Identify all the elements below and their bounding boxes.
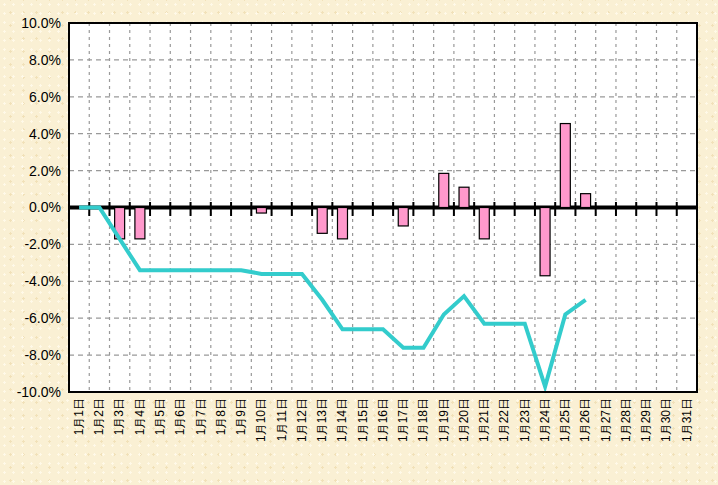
y-axis-label: 8.0% bbox=[29, 52, 61, 68]
x-axis-label: 1月9日 bbox=[234, 398, 248, 435]
x-axis-label: 1月8日 bbox=[214, 398, 228, 435]
x-axis-label: 1月1日 bbox=[72, 398, 86, 435]
x-axis-label: 1月31日 bbox=[680, 398, 694, 442]
chart-page: 10.0%8.0%6.0%4.0%2.0%0.0%-2.0%-4.0%-6.0%… bbox=[0, 0, 718, 485]
x-axis-label: 1月16日 bbox=[376, 398, 390, 442]
y-axis-label: -10.0% bbox=[17, 384, 61, 400]
x-axis-label: 1月20日 bbox=[457, 398, 471, 442]
x-axis-label: 1月25日 bbox=[558, 398, 572, 442]
bar bbox=[256, 208, 266, 214]
bar bbox=[398, 208, 408, 226]
x-axis-label: 1月7日 bbox=[194, 398, 208, 435]
bar bbox=[479, 208, 489, 239]
x-axis-label: 1月22日 bbox=[497, 398, 511, 442]
x-axis-label: 1月27日 bbox=[599, 398, 613, 442]
y-axis-label: 2.0% bbox=[29, 163, 61, 179]
y-axis-label: -6.0% bbox=[24, 310, 61, 326]
bar bbox=[560, 124, 570, 208]
y-axis-label: -4.0% bbox=[24, 273, 61, 289]
x-axis-label: 1月28日 bbox=[619, 398, 633, 442]
y-axis-label: 10.0% bbox=[21, 15, 61, 31]
x-axis-label: 1月26日 bbox=[578, 398, 592, 442]
x-axis-label: 1月15日 bbox=[356, 398, 370, 442]
x-axis-label: 1月10日 bbox=[254, 398, 268, 442]
bar bbox=[540, 208, 550, 276]
bar bbox=[135, 208, 145, 239]
x-axis-label: 1月23日 bbox=[518, 398, 532, 442]
x-axis-label: 1月17日 bbox=[396, 398, 410, 442]
y-axis-label: 0.0% bbox=[29, 199, 61, 215]
x-axis-label: 1月3日 bbox=[112, 398, 126, 435]
bar bbox=[439, 173, 449, 207]
y-axis-label: 6.0% bbox=[29, 89, 61, 105]
y-axis-label: 4.0% bbox=[29, 126, 61, 142]
x-axis-label: 1月19日 bbox=[437, 398, 451, 442]
bar bbox=[459, 187, 469, 207]
x-axis-label: 1月29日 bbox=[639, 398, 653, 442]
x-axis-label: 1月24日 bbox=[538, 398, 552, 442]
x-axis-label: 1月18日 bbox=[416, 398, 430, 442]
x-axis-label: 1月21日 bbox=[477, 398, 491, 442]
x-axis-label: 1月12日 bbox=[295, 398, 309, 442]
y-axis-label: -8.0% bbox=[24, 347, 61, 363]
bar bbox=[337, 208, 347, 239]
bar bbox=[581, 194, 591, 208]
x-axis-label: 1月14日 bbox=[335, 398, 349, 442]
x-axis-label: 1月11日 bbox=[275, 398, 289, 441]
x-axis-label: 1月4日 bbox=[133, 398, 147, 435]
y-axis-label: -2.0% bbox=[24, 236, 61, 252]
x-axis-label: 1月6日 bbox=[173, 398, 187, 435]
x-axis-label: 1月13日 bbox=[315, 398, 329, 442]
bar bbox=[317, 208, 327, 234]
x-axis-label: 1月5日 bbox=[153, 398, 167, 435]
x-axis-label: 1月30日 bbox=[659, 398, 673, 442]
combo-chart: 10.0%8.0%6.0%4.0%2.0%0.0%-2.0%-4.0%-6.0%… bbox=[0, 0, 718, 485]
x-axis-label: 1月2日 bbox=[92, 398, 106, 435]
